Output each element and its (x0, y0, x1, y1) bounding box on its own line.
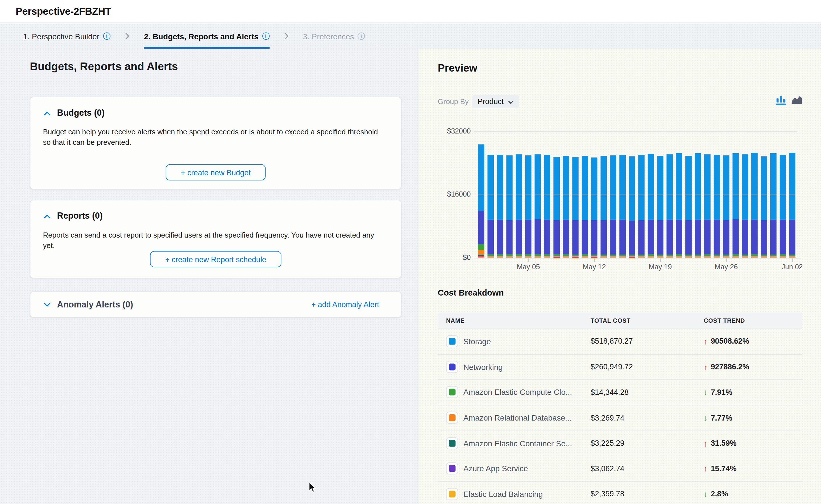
bar-chart-icon[interactable] (776, 95, 786, 107)
trend-up-icon: ↑ (704, 439, 708, 447)
bar-may-15[interactable] (620, 155, 626, 258)
info-icon[interactable]: i (358, 33, 365, 40)
wizard-tabs: 1. Perspective Builder i 2. Budgets, Rep… (0, 23, 821, 49)
legend-color-swatch (449, 491, 455, 497)
bar-may-19[interactable] (657, 156, 663, 258)
trend-down-icon: ↓ (704, 414, 708, 422)
bar-segment (639, 258, 645, 258)
bar-may-08[interactable] (553, 157, 560, 258)
table-row: Azure App Service$3,062.74↑15.74% (438, 456, 802, 481)
bar-segment (704, 258, 711, 258)
app-header: Perspective-2FBZHT (0, 0, 821, 23)
info-icon[interactable]: i (262, 33, 270, 40)
create-report-schedule-button[interactable]: + create new Report schedule (150, 251, 282, 267)
trend-down-icon: ↓ (704, 490, 708, 498)
row-cost-trend: ↓7.91% (704, 388, 732, 397)
section-title: Budgets, Reports and Alerts (30, 60, 178, 73)
bar-may-28[interactable] (742, 154, 748, 258)
tab-preferences[interactable]: 3. Preferences i (303, 23, 365, 49)
budgets-card: Budgets (0) Budget can help you receive … (30, 97, 401, 189)
chevron-up-icon[interactable] (44, 108, 51, 117)
bar-may-24[interactable] (704, 154, 711, 258)
add-anomaly-alert-link[interactable]: + add Anomaly Alert (308, 300, 382, 309)
bar-segment (789, 258, 795, 258)
bar-may-11[interactable] (582, 156, 588, 258)
bar-may-21[interactable] (676, 153, 682, 258)
bar-may-02[interactable] (497, 155, 503, 258)
bar-may-09[interactable] (563, 156, 569, 258)
trend-percent: 31.59% (711, 439, 737, 447)
page-title: Perspective-2FBZHT (0, 0, 821, 17)
bar-may-12[interactable] (591, 158, 597, 258)
bar-may-13[interactable] (600, 156, 607, 258)
bar-may-17[interactable] (639, 155, 645, 258)
group-by-dropdown[interactable]: Product (472, 95, 519, 108)
bar-segment (780, 258, 786, 258)
bar-may-27[interactable] (732, 153, 739, 258)
bar-segment (620, 258, 626, 258)
bar-apr-30[interactable] (478, 145, 484, 258)
bar-may-31[interactable] (770, 153, 777, 258)
tab-label: 2. Budgets, Reports and Alerts (144, 32, 258, 40)
x-axis-tick (660, 259, 661, 262)
bar-may-22[interactable] (686, 156, 692, 258)
bar-may-05[interactable] (525, 155, 531, 258)
bar-segment (686, 220, 692, 255)
legend-color-swatch (449, 465, 455, 472)
chevron-up-icon[interactable] (44, 211, 51, 220)
bar-segment (732, 219, 739, 254)
bar-jun-02[interactable] (789, 153, 795, 258)
bar-may-14[interactable] (610, 155, 616, 258)
bar-segment (695, 220, 701, 255)
area-chart-icon[interactable] (791, 95, 803, 107)
bar-segment (525, 258, 531, 258)
chevron-down-icon[interactable] (44, 300, 51, 309)
bar-segment (534, 258, 541, 258)
bar-segment (629, 157, 635, 221)
legend-color-swatch (449, 414, 455, 421)
bar-segment (657, 220, 663, 255)
bar-may-20[interactable] (667, 154, 673, 258)
bar-segment (686, 156, 692, 220)
bar-may-04[interactable] (516, 154, 522, 258)
x-axis-tick (792, 259, 793, 262)
bar-segment (506, 220, 512, 255)
tab-perspective-builder[interactable]: 1. Perspective Builder i (23, 23, 110, 49)
bar-segment (742, 258, 748, 258)
row-cost-trend: ↓7.77% (704, 413, 732, 422)
bar-may-30[interactable] (761, 156, 767, 258)
info-icon[interactable]: i (103, 33, 110, 40)
bar-may-23[interactable] (695, 153, 701, 258)
bar-may-29[interactable] (751, 153, 758, 258)
bar-may-16[interactable] (629, 157, 635, 258)
bar-segment (676, 258, 682, 258)
bar-may-10[interactable] (572, 157, 578, 258)
bar-segment (723, 258, 729, 258)
bar-segment (751, 219, 758, 255)
tab-label: 1. Perspective Builder (23, 32, 99, 40)
bar-may-26[interactable] (723, 156, 729, 258)
bar-may-25[interactable] (714, 155, 720, 258)
bar-may-06[interactable] (534, 154, 541, 258)
bar-segment (770, 258, 777, 258)
create-budget-button[interactable]: + create new Budget (165, 164, 266, 180)
bar-segment (591, 158, 597, 220)
bar-may-03[interactable] (506, 156, 512, 258)
bar-may-07[interactable] (544, 155, 550, 258)
table-row: Networking$260,949.72↑927886.2% (438, 354, 802, 379)
bar-segment (648, 220, 654, 255)
tab-budgets-reports-alerts[interactable]: 2. Budgets, Reports and Alerts i (144, 23, 269, 49)
trend-percent: 2.8% (711, 490, 728, 498)
bar-segment (620, 155, 626, 220)
anomaly-alerts-card: Anomaly Alerts (0) + add Anomaly Alert (30, 291, 401, 317)
x-axis-label: Jun 02 (782, 263, 803, 271)
bar-may-18[interactable] (648, 154, 654, 258)
bar-segment (657, 156, 663, 220)
row-total-cost: $2,359.78 (590, 490, 624, 498)
bar-segment (742, 154, 748, 219)
trend-percent: 7.77% (711, 413, 732, 422)
bar-segment (582, 156, 588, 220)
bar-segment (506, 156, 512, 220)
bar-jun-01[interactable] (780, 155, 786, 258)
bar-may-01[interactable] (487, 155, 494, 258)
